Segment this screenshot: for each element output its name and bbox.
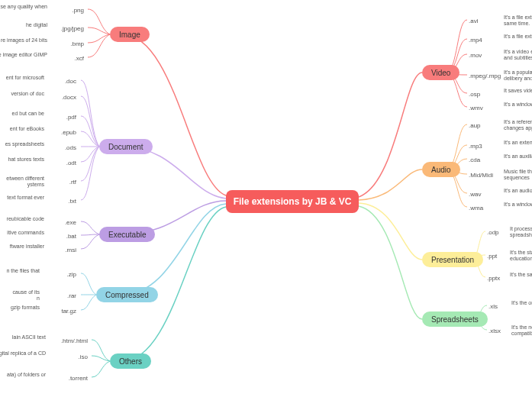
- leaf-desc-image: he digital: [0, 22, 47, 28]
- cat-executable[interactable]: Executable: [99, 227, 155, 242]
- leaf-desc-document: etween different ystems: [0, 176, 44, 188]
- leaf-desc-audio: It's an audio file that: [504, 188, 532, 194]
- leaf-desc-image: e image editor GIMP: [0, 52, 47, 58]
- leaf-desc-document: version of doc: [0, 91, 44, 97]
- leaf-ext-presentation: .ppt: [487, 250, 497, 261]
- leaf-desc-audio: It's a windows compr: [504, 202, 532, 208]
- cat-video[interactable]: Video: [422, 65, 459, 80]
- leaf-ext-audio: .wav: [469, 189, 481, 199]
- cat-others[interactable]: Others: [110, 353, 151, 369]
- leaf-desc-video: It saves video editing: [504, 88, 532, 94]
- leaf-desc-spreadsheets: It's the new compatible: [511, 324, 532, 337]
- leaf-desc-audio: It's a reference to var changes applied: [504, 119, 532, 131]
- leaf-ext-spreadsheets: .xls: [488, 301, 498, 311]
- leaf-desc-video: It's a popular delibery and p: [504, 69, 532, 82]
- cat-compressed[interactable]: Compressed: [96, 287, 158, 302]
- leaf-ext-presentation: .odp: [487, 227, 499, 237]
- leaf-desc-video: It's a video extension and subtitles: [504, 49, 532, 61]
- leaf-desc-video: It's a windows compr: [504, 102, 532, 108]
- leaf-desc-document: hat stores texts: [0, 157, 44, 163]
- leaf-ext-video: .mp4: [469, 34, 482, 45]
- leaf-desc-document: ent for microsoft: [0, 75, 44, 81]
- leaf-desc-compressed: n the files that: [0, 268, 40, 274]
- leaf-ext-video: .osp: [469, 89, 480, 99]
- cat-document[interactable]: Document: [99, 139, 153, 154]
- leaf-desc-image: se any quality when: [0, 4, 47, 10]
- leaf-ext-video: .mpeg/.mpg: [469, 70, 501, 81]
- leaf-desc-document: text format ever: [0, 195, 44, 201]
- leaf-desc-presentation: It processes spreadsheets: [510, 226, 532, 238]
- leaf-ext-audio: .wma: [469, 202, 483, 213]
- leaf-desc-executable: ftware installer: [0, 244, 44, 250]
- leaf-desc-presentation: It's the same: [510, 272, 532, 278]
- leaf-ext-audio: .Mid/Midi: [469, 169, 493, 180]
- leaf-desc-executable: reubicable code: [0, 216, 44, 222]
- leaf-desc-presentation: It's the stand education: [510, 250, 532, 262]
- leaf-desc-others: ata) of folders or: [0, 372, 46, 378]
- leaf-desc-audio: Music file that tr sequences: [504, 169, 532, 181]
- leaf-desc-video: It's a file extension to s same time.: [504, 15, 532, 27]
- leaf-ext-spreadsheets: .xlsx: [488, 325, 501, 336]
- leaf-ext-audio: .cda: [469, 154, 480, 165]
- leaf-desc-video: It's a file extension th: [504, 34, 532, 40]
- leaf-desc-audio: It's an auxiliary file to: [504, 153, 532, 160]
- leaf-desc-document: ed but can be: [0, 111, 44, 117]
- cat-image[interactable]: Image: [110, 27, 150, 42]
- leaf-desc-compressed: cause of its n: [0, 289, 40, 302]
- leaf-desc-others: digital replica of a CD: [0, 350, 46, 357]
- leaf-desc-document: es spreadsheets: [0, 141, 44, 147]
- leaf-desc-audio: It's an extension for a: [504, 140, 532, 146]
- leaf-desc-image: re images of 24 bits: [0, 37, 47, 44]
- cat-spreadsheets[interactable]: Spreadsheets: [422, 311, 488, 327]
- leaf-ext-video: .mov: [469, 50, 482, 60]
- leaf-ext-video: .avi: [469, 15, 478, 26]
- leaf-desc-spreadsheets: It's the origi: [511, 300, 532, 306]
- leaf-ext-audio: .aup: [469, 120, 481, 131]
- leaf-ext-presentation: .pptx: [487, 273, 500, 283]
- leaf-desc-compressed: gzip formats: [0, 305, 40, 311]
- leaf-desc-document: ent for eBooks: [0, 126, 44, 132]
- leaf-desc-executable: itive commands: [0, 230, 44, 236]
- cat-presentation[interactable]: Presentation: [422, 252, 483, 267]
- center-node[interactable]: File extensions by JB & VC: [226, 190, 359, 213]
- cat-audio[interactable]: Audio: [422, 162, 460, 177]
- leaf-ext-audio: .mp3: [469, 140, 482, 151]
- leaf-desc-others: Iain ASCII text: [0, 334, 46, 341]
- leaf-ext-video: .wmv: [469, 102, 483, 113]
